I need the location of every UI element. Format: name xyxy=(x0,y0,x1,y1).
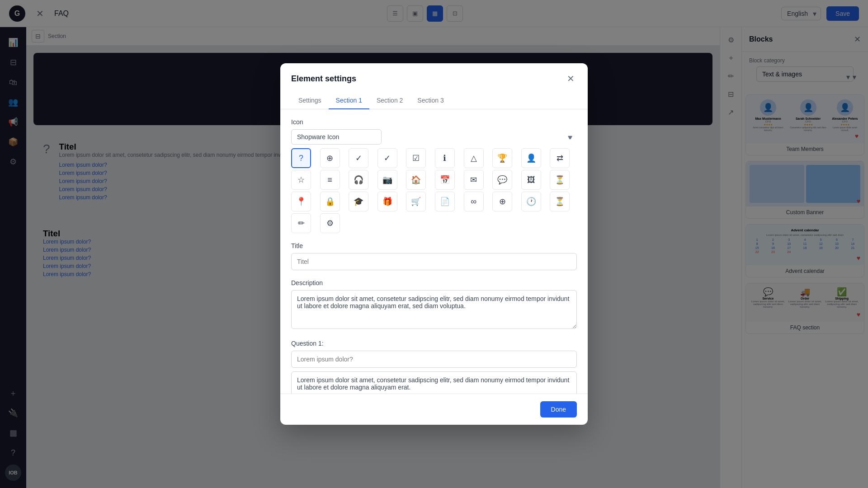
icon-cell-gift[interactable]: 🎁 xyxy=(377,192,397,211)
modal-body: Icon Shopware Icon ▾ ? ⊕ ✓ ✓ ☑ ℹ △ 🏆 xyxy=(280,109,588,394)
icon-cell-check[interactable]: ✓ xyxy=(349,148,368,168)
tab-section-2[interactable]: Section 2 xyxy=(369,92,410,109)
icon-select[interactable]: Shopware Icon xyxy=(291,129,382,145)
title-input[interactable] xyxy=(291,253,577,270)
description-label: Description xyxy=(291,279,577,286)
question1-label: Question 1: xyxy=(291,340,577,347)
element-settings-modal: Element settings ✕ Settings Section 1 Se… xyxy=(280,63,588,425)
icon-cell-clock[interactable]: 🕐 xyxy=(521,192,541,211)
tab-section-3[interactable]: Section 3 xyxy=(410,92,451,109)
modal-footer: Done xyxy=(280,394,588,425)
question1-form-group: Question 1: Lorem ipsum dolor sit amet, … xyxy=(291,340,577,394)
icon-select-wrapper: Shopware Icon ▾ xyxy=(291,129,577,145)
icon-cell-graduation[interactable]: 🎓 xyxy=(349,192,368,211)
icon-cell-pencil[interactable]: ✏ xyxy=(291,213,311,233)
icon-cell-images[interactable]: 🖼 xyxy=(521,170,541,190)
icon-form-group: Icon Shopware Icon ▾ ? ⊕ ✓ ✓ ☑ ℹ △ 🏆 xyxy=(291,118,577,233)
icon-cell-checkbox[interactable]: ☑ xyxy=(406,148,426,168)
icon-cell-info[interactable]: ℹ xyxy=(435,148,455,168)
question1-input[interactable] xyxy=(291,351,577,368)
icon-cell-user[interactable]: 👤 xyxy=(521,148,541,168)
icon-cell-hourglass[interactable]: ⏳ xyxy=(550,170,570,190)
icon-cell-list[interactable]: ≡ xyxy=(320,170,340,190)
icon-cell-chat[interactable]: 💬 xyxy=(492,170,512,190)
icon-cell-question[interactable]: ? xyxy=(291,148,311,168)
icon-cell-gear[interactable]: ⚙ xyxy=(320,213,340,233)
icon-cell-cart[interactable]: 🛒 xyxy=(406,192,426,211)
modal-close-button[interactable]: ✕ xyxy=(564,72,577,85)
icon-cell-calendar[interactable]: 📅 xyxy=(435,170,455,190)
icon-cell-trophy[interactable]: 🏆 xyxy=(492,148,512,168)
icon-label: Icon xyxy=(291,118,577,126)
icon-cell-timer[interactable]: ⏳ xyxy=(550,192,570,211)
done-button[interactable]: Done xyxy=(540,401,577,418)
icon-cell-transfer[interactable]: ⇄ xyxy=(550,148,570,168)
tab-section-1[interactable]: Section 1 xyxy=(329,92,369,109)
icon-cell-lock[interactable]: 🔒 xyxy=(320,192,340,211)
icon-cell-pin[interactable]: 📍 xyxy=(291,192,311,211)
title-form-group: Title xyxy=(291,242,577,270)
icon-cell-mail[interactable]: ✉ xyxy=(464,170,484,190)
icon-cell-plus[interactable]: ⊕ xyxy=(320,148,340,168)
icon-cell-infinity[interactable]: ∞ xyxy=(464,192,484,211)
icon-cell-warning[interactable]: △ xyxy=(464,148,484,168)
description-textarea[interactable]: Lorem ipsum dolor sit amet, consetetur s… xyxy=(291,290,577,329)
title-label: Title xyxy=(291,242,577,249)
icon-cell-document[interactable]: 📄 xyxy=(435,192,455,211)
tab-settings[interactable]: Settings xyxy=(291,92,329,109)
icon-cell-camera[interactable]: 📷 xyxy=(377,170,397,190)
description-form-group: Description Lorem ipsum dolor sit amet, … xyxy=(291,279,577,331)
icon-cell-star[interactable]: ☆ xyxy=(291,170,311,190)
icon-grid: ? ⊕ ✓ ✓ ☑ ℹ △ 🏆 👤 ⇄ ☆ ≡ 🎧 📷 🏠 📅 ✉ xyxy=(291,148,577,233)
icon-cell-home[interactable]: 🏠 xyxy=(406,170,426,190)
modal-overlay: Element settings ✕ Settings Section 1 Se… xyxy=(0,0,868,488)
question1-answer-textarea[interactable]: Lorem ipsum dolor sit amet, consetetur s… xyxy=(291,371,577,394)
modal-header: Element settings ✕ xyxy=(280,63,588,85)
modal-tabs: Settings Section 1 Section 2 Section 3 xyxy=(280,92,588,109)
icon-cell-check-circle[interactable]: ✓ xyxy=(377,148,397,168)
icon-cell-target[interactable]: ⊕ xyxy=(492,192,512,211)
modal-title: Element settings xyxy=(291,74,356,84)
chevron-down-icon: ▾ xyxy=(569,133,572,141)
icon-cell-headphones[interactable]: 🎧 xyxy=(349,170,368,190)
